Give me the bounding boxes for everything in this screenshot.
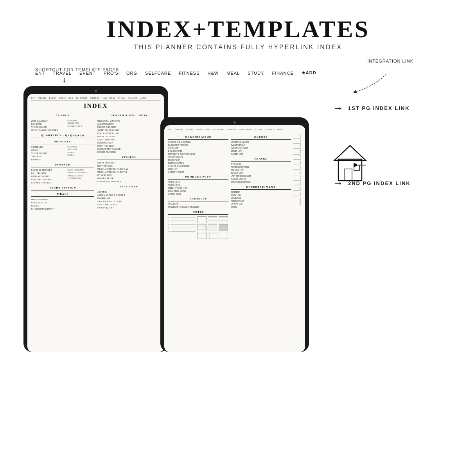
- t2-tab-org[interactable]: ORG: [205, 128, 210, 131]
- t-item: GOALS: [31, 149, 62, 152]
- t-finance-items: EXPENSE TRACKER BILL TRACKER BANK ACCOUN…: [31, 169, 62, 184]
- t-item: CHALLENGE TRACKER: [97, 180, 160, 183]
- t2-item: MUSIC: [231, 206, 291, 209]
- t2-tab-ent[interactable]: ENT: [168, 128, 173, 131]
- t-item: FINANCE: [31, 158, 62, 161]
- t-item: BILL TRACKER: [31, 172, 62, 175]
- t-item: PERIOD TRACKER: [97, 126, 160, 129]
- t-item: GROCERY LIST: [31, 201, 94, 204]
- t2-entertainment-title: ENTERTAINMENT: [231, 185, 291, 190]
- t-item: KEY DATE: [31, 122, 62, 126]
- tab-study[interactable]: STUDY: [248, 71, 264, 75]
- t-monthly-row: SCHEDULE GOALS VISION BOARD TRACKER FINA…: [31, 145, 94, 161]
- t-tab-event[interactable]: EVENT: [49, 97, 57, 99]
- t2-tab-pros[interactable]: PRO'S: [196, 128, 203, 131]
- notes-area: 2 4 6: [168, 216, 228, 239]
- tab-fitness[interactable]: FITNESS: [179, 71, 199, 75]
- first-pg-arrow: →: [332, 102, 343, 114]
- t2-item: PASSWORD TRACKER: [168, 144, 228, 147]
- t2-tab-hw[interactable]: H&W: [239, 128, 244, 131]
- svg-rect-2: [344, 169, 352, 181]
- t-item: SCHEDULE: [31, 145, 62, 149]
- notes-line: 10: [168, 230, 196, 232]
- right-labels: → 1ST PG INDEX LINK: [325, 86, 453, 205]
- tab-add[interactable]: ★ADD: [302, 70, 316, 75]
- grid-cell: [197, 224, 207, 231]
- page: { "header": { "main_title": "INDEX+TEMPL…: [0, 0, 476, 476]
- t-tab-add[interactable]: ★ADD: [140, 97, 147, 99]
- t2-item: CONTACTS: [168, 147, 228, 150]
- t-tab-finance[interactable]: FINANCE: [128, 97, 138, 99]
- tablet-screen-1: ENT TRAVEL EVENT PRO'S ORG SELFCARE FITN…: [27, 94, 164, 352]
- t2-tab-study[interactable]: STUDY: [255, 128, 262, 131]
- t-item: SLEEP TRACKER: [97, 138, 160, 141]
- side-jan: JAN: [293, 138, 301, 142]
- t-subitem: NOTES: [68, 154, 95, 157]
- t2-tab-finance[interactable]: FINANCE: [265, 128, 275, 131]
- side-sep: SEP: [293, 180, 301, 185]
- t2-item: EVENT CHECKLIST: [231, 147, 291, 150]
- inner-tab-bar-2: ENT TRAVEL EVENT PRO'S ORG SELFCARE FITN…: [168, 128, 301, 132]
- t-tab-selfcare[interactable]: SELFCARE: [75, 97, 87, 99]
- t-subitem: OVERVIEW: [68, 145, 95, 148]
- t2-tab-meal[interactable]: MEAL: [246, 128, 252, 131]
- t-tab-study[interactable]: STUDY: [118, 97, 125, 99]
- t-yearly-title: YEARLY: [31, 114, 94, 118]
- t-subitem: FINANCIAL GOALS: [68, 174, 95, 177]
- tab-selfcare[interactable]: SELFCARE: [145, 71, 171, 75]
- grid-cell: [208, 216, 217, 223]
- camera-dot-2: [234, 121, 236, 124]
- notes-grids: [197, 216, 228, 239]
- t2-item: UPCOMING EVENTS: [231, 141, 291, 144]
- tablet-screen-2: ENT TRAVEL EVENT PRO'S ORG SELFCARE FITN…: [164, 125, 305, 352]
- t2-item: TO DO LIST 1: [168, 181, 228, 184]
- tablet2-columns: ORGANIZATION CHORES AND CLEANING PASSWOR…: [168, 134, 301, 347]
- notes-num: 2: [168, 216, 171, 218]
- t2-projects-title: PROJECTS: [168, 197, 228, 201]
- t-item: VISION BOARD: [31, 152, 62, 155]
- notes-rule: [171, 221, 196, 221]
- side-oct: OCT: [293, 185, 301, 190]
- side-mar: MAR: [293, 148, 301, 153]
- t2-item: MOVIE LOG: [231, 197, 291, 200]
- t-item: MOOD TRACKER: [97, 135, 160, 138]
- t-tab-fitness[interactable]: FITNESS: [90, 97, 100, 99]
- t-tab-ent[interactable]: ENT: [31, 97, 36, 99]
- t2-item: BOOK LOG: [231, 194, 291, 197]
- t2-tab-selfcare[interactable]: SELFCARE: [212, 128, 224, 131]
- side-nov: NOV: [293, 190, 301, 195]
- t-item: GOALS TARGET HOBBIES: [31, 129, 62, 132]
- svg-marker-1: [334, 145, 366, 160]
- notes-rule: [171, 228, 196, 228]
- tab-org[interactable]: ORG: [126, 71, 137, 75]
- tablet-2: ENT TRAVEL EVENT PRO'S ORG SELFCARE FITN…: [160, 117, 309, 352]
- side-jul: JUL: [293, 170, 301, 174]
- t-tab-meal[interactable]: MEAL: [109, 97, 115, 99]
- t2-tab-add[interactable]: ★ADD: [277, 128, 284, 131]
- t2-tab-fitness[interactable]: FITNESS: [227, 128, 237, 131]
- t2-events-title: EVENTS: [231, 135, 291, 140]
- tablet1-left-col: YEARLY 2025 CALENDAR KEY DATE VISION BOA…: [31, 112, 94, 210]
- header: INDEX+TEMPLATES THIS PLANNER CONTAINS FU…: [23, 16, 453, 51]
- t-subitem: OVERVIEW: [68, 119, 95, 122]
- t2-item: BUCKET LIST: [168, 159, 228, 162]
- t-tab-travel[interactable]: TRAVEL: [38, 97, 47, 99]
- t2-tab-event[interactable]: EVENT: [186, 128, 194, 131]
- svg-rect-3: [354, 165, 359, 171]
- t-tab-org[interactable]: ORG: [68, 97, 73, 99]
- t2-item: ORDERS & DELIVERIES: [168, 165, 228, 168]
- tab-meal[interactable]: MEAL: [226, 71, 240, 75]
- tab-finance[interactable]: FINANCE: [272, 71, 293, 75]
- t-tab-pros[interactable]: PRO'S: [59, 97, 66, 99]
- t2-item: MEETING NOTES: [168, 162, 228, 165]
- main-title: INDEX+TEMPLATES: [23, 16, 453, 42]
- t2-tab-travel[interactable]: TRAVEL: [175, 128, 184, 131]
- t-health-title: HEALTH & WELLNESS: [97, 114, 160, 118]
- side-aug: AUG: [293, 175, 301, 180]
- t-meals-title: MEALS: [31, 192, 94, 197]
- t-item: WEEKLY WORKOUT LOG M-W: [97, 167, 160, 171]
- t-item: HYDRATION TRACKER: [97, 147, 160, 151]
- grid-cell: [197, 216, 207, 223]
- t-tab-hw[interactable]: H&W: [102, 97, 107, 99]
- tab-hw[interactable]: H&W: [208, 71, 219, 75]
